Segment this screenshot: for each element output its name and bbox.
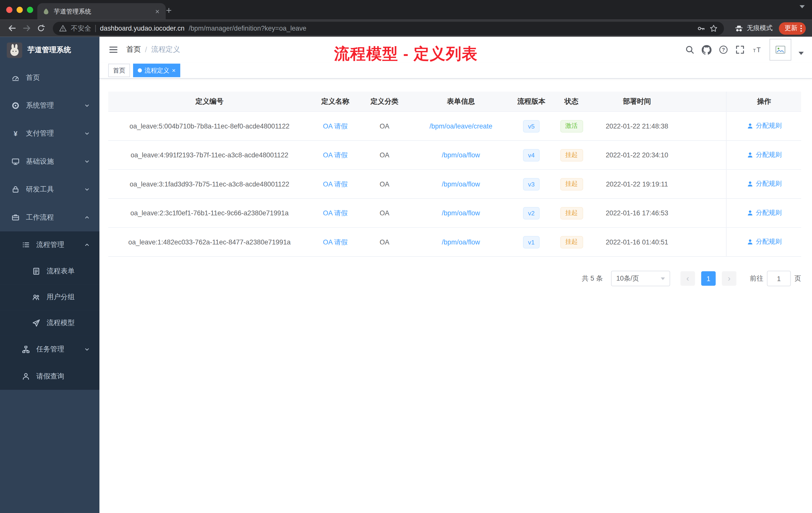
sidebar-item-2[interactable]: ¥支付管理 [0,119,99,147]
sidebar-item-5[interactable]: 工作流程 [0,204,99,232]
page-size-value: 10条/页 [616,274,639,283]
tab-close-icon[interactable]: × [154,8,161,15]
sidebar-item-7[interactable]: 流程表单 [0,258,99,284]
status-badge: 挂起 [560,178,583,190]
sidebar-item-label: 支付管理 [26,129,54,138]
chevron-down-icon [84,186,90,193]
table-header: 定义编号定义名称定义分类表单信息流程版本状态部署时间操作 [108,92,801,112]
sidebar-item-label: 系统管理 [26,101,54,110]
sidebar-item-10[interactable]: 任务管理 [0,336,99,363]
definition-id: oa_leave:1:482ec033-762a-11ec-8477-a2380… [108,228,311,256]
form-link[interactable]: /bpm/oa/flow [442,209,480,217]
maximize-window-button[interactable] [27,7,33,13]
tag-close-icon[interactable]: × [172,67,175,73]
definition-name-link[interactable]: OA 请假 [323,179,348,189]
definition-name-link[interactable]: OA 请假 [323,121,348,131]
chevron-down-icon [84,130,90,137]
help-icon[interactable]: ? [719,45,728,54]
definition-name-link[interactable]: OA 请假 [323,208,348,218]
assign-rule-link[interactable]: 分配规则 [747,151,782,159]
deploy-time: 2022-01-22 19:19:11 [593,170,681,198]
breadcrumb-current: 流程定义 [151,45,180,54]
tag-0[interactable]: 首页 [108,64,130,77]
column-header: 部署时间 [593,92,681,111]
table-row: oa_leave:2:3c1f0ef1-76b1-11ec-9c66-a2380… [108,199,801,228]
brand-row[interactable]: 芋道管理系统 [0,37,99,63]
fullscreen-icon[interactable] [735,45,745,54]
svg-text:?: ? [722,47,725,53]
address-bar[interactable]: 不安全 dashboard.yudao.iocoder.cn /bpm/mana… [53,22,724,35]
sidebar-item-8[interactable]: 用户分组 [0,284,99,310]
security-label[interactable]: 不安全 [71,24,91,33]
definition-name-link[interactable]: OA 请假 [323,237,348,247]
status-cell: 激活 [550,112,593,140]
close-window-button[interactable] [6,7,12,13]
font-size-icon[interactable]: TT [752,45,762,54]
form-link[interactable]: /bpm/oa/leave/create [429,122,492,130]
definition-name-link[interactable]: OA 请假 [323,150,348,160]
menu-dots-icon[interactable] [800,25,802,32]
minimize-window-button[interactable] [17,7,23,13]
version-cell: v1 [513,228,550,256]
avatar-dropdown-caret[interactable] [799,52,804,58]
breadcrumb-home[interactable]: 首页 [126,45,141,54]
sidebar-item-0[interactable]: 首页 [0,64,99,92]
status-cell: 挂起 [550,141,593,169]
form-link[interactable]: /bpm/oa/flow [442,180,480,188]
reload-icon[interactable] [34,22,48,35]
form-link[interactable]: /bpm/oa/flow [442,151,480,159]
sidebar-item-6[interactable]: 流程管理 [0,232,99,258]
status-badge: 挂起 [560,236,583,248]
page-number-button[interactable]: 1 [701,271,716,286]
dashboard-icon [11,73,20,82]
column-header: 定义名称 [311,92,360,111]
sidebar-item-11[interactable]: 请假查询 [0,363,99,390]
chevron-down-icon [661,277,665,282]
definition-id: oa_leave:5:004b710b-7b8a-11ec-8ef0-acde4… [108,112,311,140]
browser-update-button[interactable]: 更新 [779,22,806,35]
sidebar-item-9[interactable]: 流程模型 [0,310,99,336]
main-panel: 首页 / 流程定义 ? [99,37,812,513]
status-badge: 挂起 [560,149,583,161]
bookmark-star-icon[interactable] [709,24,718,32]
github-icon[interactable] [702,45,712,55]
deploy-time: 2022-01-22 21:48:38 [593,112,681,140]
tab-search-icon[interactable] [800,8,805,18]
table-row: oa_leave:4:991f2193-7b7f-11ec-a3c8-acde4… [108,141,801,170]
prev-page-button[interactable]: ‹ [680,271,695,286]
page-size-select[interactable]: 10条/页 [611,271,670,286]
definition-name-cell: OA 请假 [311,141,360,169]
operation-cell: 分配规则 [726,228,802,256]
back-icon[interactable] [5,22,19,35]
form-link[interactable]: /bpm/oa/flow [442,238,480,246]
chevron-down-icon [84,158,90,164]
new-tab-button[interactable]: + [163,4,175,17]
spacer-cell [681,170,726,198]
assign-rule-link[interactable]: 分配规则 [747,209,782,217]
window-controls [0,7,33,13]
avatar[interactable] [770,39,791,61]
spacer-cell [681,199,726,227]
sidebar-item-4[interactable]: 研发工具 [0,175,99,203]
next-page-button[interactable]: › [722,271,736,286]
list-icon [22,241,30,249]
assign-rule-link[interactable]: 分配规则 [747,238,782,246]
forward-icon[interactable] [20,22,33,35]
hamburger-icon[interactable] [108,44,119,55]
sidebar-item-1[interactable]: 系统管理 [0,92,99,119]
content-area: 定义编号定义名称定义分类表单信息流程版本状态部署时间操作 oa_leave:5:… [99,79,812,286]
column-header: 表单信息 [409,92,513,111]
definition-name-cell: OA 请假 [311,228,360,256]
password-key-icon[interactable] [697,24,705,32]
search-icon[interactable] [685,45,695,54]
browser-tab[interactable]: 芋道管理系统 × [37,3,166,20]
sidebar-item-3[interactable]: 基础设施 [0,148,99,175]
tag-1[interactable]: 流程定义× [133,64,180,77]
version-badge: v3 [523,178,540,190]
goto-page-input[interactable] [767,271,791,286]
version-badge: v4 [523,149,540,161]
sidebar-item-label: 首页 [26,73,40,82]
assign-rule-link[interactable]: 分配规则 [747,180,782,188]
incognito-indicator: 无痕模式 [734,24,773,33]
assign-rule-link[interactable]: 分配规则 [747,122,782,130]
